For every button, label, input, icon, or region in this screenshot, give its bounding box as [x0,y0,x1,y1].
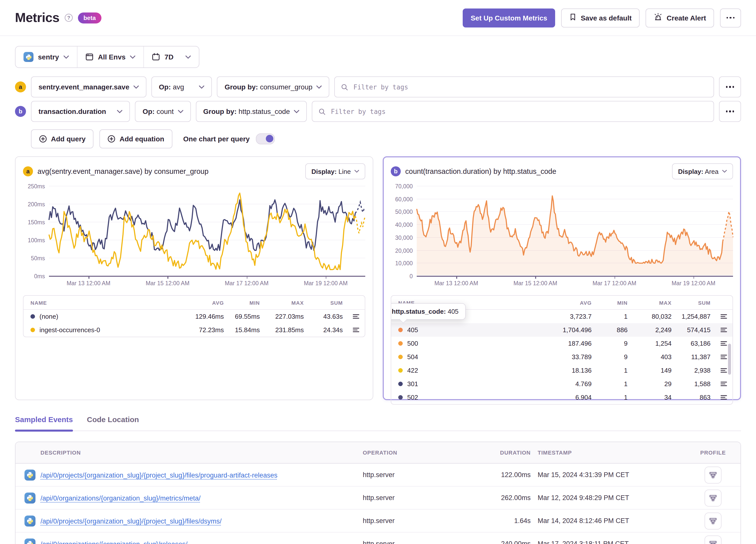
op-select-b[interactable]: Op: count [135,101,191,122]
siren-icon [654,13,663,22]
event-row[interactable]: /api/0/projects/{organization_slug}/{pro… [15,464,741,486]
series-color-dot [30,314,35,319]
chart-a-display-select[interactable]: Display: Line [305,163,365,179]
ellipsis-icon [726,111,734,112]
chart-b-y-axis: 70,00060,00050,00040,00030,00020,00010,0… [391,186,417,276]
series-sum: 11,387 [672,353,711,361]
event-row[interactable]: /api/0/projects/{organization_slug}/{pro… [15,509,741,532]
summary-row[interactable]: 500 187.496 9 1,254 63,186 [391,337,733,350]
chart-a-y-axis: 250ms200ms150ms100ms50ms0ms [23,186,49,276]
python-platform-icon [24,538,35,544]
top-bar: Metrics ? beta Set Up Custom Metrics Sav… [0,0,756,36]
date-range-selector[interactable]: 7D [144,46,199,67]
series-min: 1 [592,394,628,401]
summary-row[interactable]: ingest-occurrences-0 72.23ms 15.84ms 231… [23,323,365,337]
profile-button[interactable] [705,512,722,529]
series-avg: 72.23ms [176,326,224,334]
profile-button[interactable] [705,466,722,483]
tag-filter-a-input[interactable] [353,83,708,91]
series-max: 149 [628,367,672,374]
summary-row[interactable]: (none) 129.46ms 69.55ms 227.03ms 43.63s [23,310,365,323]
add-equation-button[interactable]: Add equation [99,129,172,148]
create-alert-button[interactable]: Create Alert [646,8,714,27]
help-icon[interactable]: ? [64,13,73,22]
event-description-link[interactable]: /api/0/projects/{organization_slug}/{pro… [40,471,278,479]
summary-row[interactable]: 301 4.769 1 29 1,588 [391,377,733,391]
chart-b-plot [417,186,733,276]
create-alert-label: Create Alert [667,14,706,22]
chart-panel-b[interactable]: b count(transaction.duration) by http.st… [383,156,741,400]
chart-b-summary-table: http.status_code: 405 NAME AVG MIN MAX S… [391,295,733,405]
one-chart-per-query-toggle[interactable] [256,133,275,144]
chart-a-x-labels: Mar 13 12:00 AMMar 15 12:00 AMMar 17 12:… [49,276,365,288]
groupby-value: consumer_group [260,83,312,91]
series-sum: 43.63s [304,313,343,320]
event-timestamp: Mar 14, 2024 8:12:46 PM CET [536,517,686,525]
y-axis-label: 0ms [34,273,45,279]
setup-custom-metrics-button[interactable]: Set Up Custom Metrics [463,8,555,27]
chart-b[interactable]: 70,00060,00050,00040,00030,00020,00010,0… [391,186,733,276]
query-b-more-button[interactable] [719,101,741,122]
y-axis-label: 20,000 [395,248,413,254]
profile-button[interactable] [705,489,722,506]
summary-row[interactable]: 405 1,704.496 886 2,249 574,415 [391,323,733,337]
series-avg: 18.136 [544,367,592,374]
groupby-select-b[interactable]: Group by: http.status_code [196,101,307,122]
project-selector[interactable]: sentry [15,46,77,67]
environment-selector[interactable]: All Envs [77,46,144,67]
page-title: Metrics [15,10,59,25]
table-scrollbar-thumb[interactable] [728,344,731,375]
tab-sampled-events[interactable]: Sampled Events [15,415,73,431]
row-options-icon[interactable] [720,380,728,388]
x-axis-label: Mar 17 12:00 AM [225,280,269,286]
op-select-a[interactable]: Op: avg [151,76,212,97]
page-more-button[interactable] [720,8,741,27]
chevron-down-icon [63,55,69,59]
row-options-icon[interactable] [352,326,360,334]
display-label: Display: [311,168,337,175]
series-avg: 6.904 [544,394,592,401]
query-a-more-button[interactable] [719,76,741,97]
series-min: 886 [592,326,628,334]
tag-filter-b[interactable] [312,101,714,122]
flamegraph-icon [709,517,717,525]
chart-b-display-select[interactable]: Display: Area [672,163,733,179]
metric-select-a[interactable]: sentry.event_manager.save [31,76,146,97]
tab-code-location[interactable]: Code Location [87,415,139,431]
event-row[interactable]: /api/0/organizations/{organization_slug}… [15,486,741,509]
event-description-link[interactable]: /api/0/projects/{organization_slug}/{pro… [40,517,222,525]
series-avg: 187.496 [544,340,592,347]
row-options-icon[interactable] [720,326,728,334]
row-options-icon[interactable] [352,313,360,320]
summary-row[interactable]: 502 6.904 1 34 863 [391,391,733,404]
row-options-icon[interactable] [720,367,728,374]
chart-a-series [49,186,365,275]
python-platform-icon [24,492,35,503]
chevron-down-icon [722,170,727,173]
save-as-default-button[interactable]: Save as default [561,8,640,27]
y-axis-label: 40,000 [395,222,413,228]
environment-selector-label: All Envs [98,53,126,61]
summary-row[interactable]: 422 18.136 1 149 2,938 [391,364,733,377]
row-options-icon[interactable] [720,394,728,401]
row-options-icon[interactable] [720,353,728,361]
row-options-icon[interactable] [720,340,728,347]
metric-select-b[interactable]: transaction.duration [31,101,130,122]
summary-row[interactable]: 504 33.789 9 403 11,387 [391,350,733,364]
chart-a[interactable]: 250ms200ms150ms100ms50ms0ms [23,186,365,276]
tag-filter-a[interactable] [335,76,714,97]
event-description-link[interactable]: /api/0/organizations/{organization_slug}… [40,540,187,544]
event-operation: http.server [361,517,466,525]
chart-panel-a[interactable]: a avg(sentry.event_manager.save) by cons… [15,156,373,400]
row-options-icon[interactable] [720,313,728,320]
series-color-dot [398,355,403,359]
chevron-down-icon [178,110,183,113]
tag-filter-b-input[interactable] [330,107,708,116]
add-query-button[interactable]: Add query [31,129,93,148]
event-description-link[interactable]: /api/0/organizations/{organization_slug}… [40,494,201,502]
event-row[interactable]: /api/0/organizations/{organization_slug}… [15,532,741,544]
profile-button[interactable] [705,535,722,544]
groupby-select-a[interactable]: Group by: consumer_group [217,76,330,97]
series-max: 2,249 [628,326,672,334]
bookmark-icon [569,13,577,22]
